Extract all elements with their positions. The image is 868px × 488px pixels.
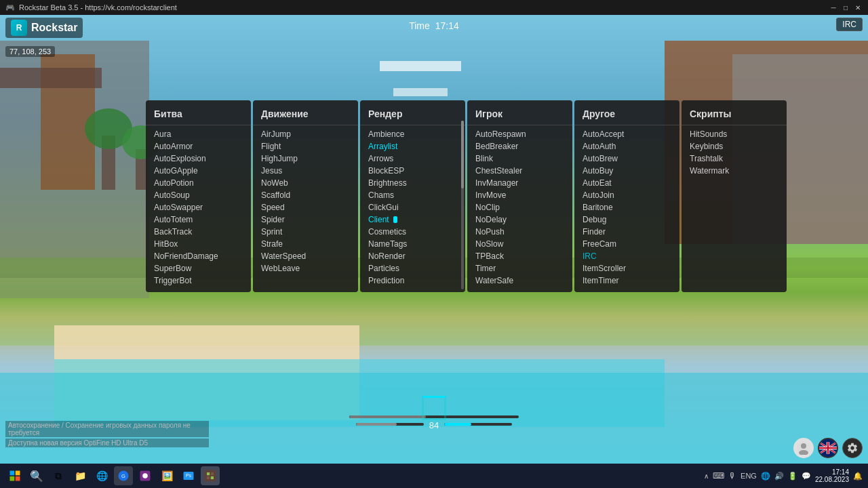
menu-item-trashtalk[interactable]: Trashtalk <box>682 152 787 165</box>
menu-item-autorespawn[interactable]: AutoRespawn <box>467 128 572 140</box>
taskbar-battery: 🔋 <box>788 472 797 481</box>
menu-item-scaffold[interactable]: Scaffold <box>253 189 358 201</box>
minimize-button[interactable]: ─ <box>829 3 838 12</box>
chat-line-1: Автосохранение / Сохранение игровых данн… <box>5 421 209 437</box>
menu-item-nodelay[interactable]: NoDelay <box>467 214 572 226</box>
menu-item-client[interactable]: Client <box>360 214 465 226</box>
menu-item-autojoin[interactable]: AutoJoin <box>574 189 679 201</box>
menu-item-particles[interactable]: Particles <box>360 262 465 274</box>
center-hud <box>422 396 446 420</box>
render-scrollbar[interactable] <box>461 121 464 289</box>
menu-item-nametags[interactable]: NameTags <box>360 238 465 250</box>
menu-item-watersafe[interactable]: WaterSafe <box>467 274 572 287</box>
avatar-icon[interactable] <box>793 438 814 458</box>
menu-item-keybinds[interactable]: Keybinds <box>682 140 787 152</box>
menu-item-autopotion[interactable]: AutoPotion <box>146 177 251 189</box>
taskbar-clock[interactable]: 17:14 22.08.2023 <box>815 468 849 483</box>
time-label: Time <box>409 20 430 31</box>
taskview-button[interactable]: ⧉ <box>49 466 68 485</box>
browser-button[interactable]: 🌐 <box>92 466 111 485</box>
menu-item-noclip[interactable]: NoClip <box>467 201 572 214</box>
taskbar-speaker[interactable]: 🔊 <box>774 472 784 481</box>
menu-item-freecam[interactable]: FreeCam <box>574 238 679 250</box>
app5-button[interactable] <box>201 466 220 485</box>
menu-item-invmove[interactable]: InvMove <box>467 189 572 201</box>
menu-item-cosmetics[interactable]: Cosmetics <box>360 226 465 238</box>
menu-item-autototem[interactable]: AutoTotem <box>146 214 251 226</box>
menu-item-airjump[interactable]: AirJump <box>253 128 358 140</box>
menu-item-autoarmor[interactable]: AutoArmor <box>146 140 251 152</box>
menu-item-timer[interactable]: Timer <box>467 262 572 274</box>
menu-item-triggerbot[interactable]: TriggerBot <box>146 274 251 287</box>
menu-item-spider[interactable]: Spider <box>253 214 358 226</box>
menu-item-backtrack[interactable]: BackTrack <box>146 226 251 238</box>
menu-item-hitbox[interactable]: HitBox <box>146 238 251 250</box>
irc-button[interactable]: IRC <box>836 18 863 31</box>
app2-icon <box>139 470 151 482</box>
taskbar-notification-bell[interactable]: 🔔 <box>853 472 863 481</box>
menu-item-blink[interactable]: Blink <box>467 152 572 165</box>
menu-item-autoswapper[interactable]: AutoSwapper <box>146 201 251 214</box>
menu-item-irc[interactable]: IRC <box>574 250 679 262</box>
menu-item-baritone[interactable]: Baritone <box>574 201 679 214</box>
start-button[interactable] <box>5 466 24 485</box>
menu-item-nopush[interactable]: NoPush <box>467 226 572 238</box>
taskbar-chevron[interactable]: ∧ <box>704 472 709 480</box>
logo-icon: R <box>11 20 27 36</box>
menu-item-speed[interactable]: Speed <box>253 201 358 214</box>
menu-item-autogapple[interactable]: AutoGApple <box>146 165 251 177</box>
menu-item-autoaccept[interactable]: AutoAccept <box>574 128 679 140</box>
menu-item-autoexplosion[interactable]: AutoExplosion <box>146 152 251 165</box>
taskbar: 🔍 ⧉ 📁 🌐 G 🖼️ Ps <box>0 464 868 488</box>
close-button[interactable]: ✕ <box>853 3 863 12</box>
menu-item-strafe[interactable]: Strafe <box>253 238 358 250</box>
menu-item-jesus[interactable]: Jesus <box>253 165 358 177</box>
menu-item-noslow[interactable]: NoSlow <box>467 238 572 250</box>
menu-item-itemtimer[interactable]: ItemTimer <box>574 274 679 287</box>
language-flag[interactable] <box>818 438 838 458</box>
maximize-button[interactable]: □ <box>841 3 850 12</box>
menu-item-arrows[interactable]: Arrows <box>360 152 465 165</box>
window-controls[interactable]: ─ □ ✕ <box>829 3 863 12</box>
menu-item-watermark[interactable]: Watermark <box>682 165 787 177</box>
menu-item-superbow[interactable]: SuperBow <box>146 262 251 274</box>
files-button[interactable]: 📁 <box>71 466 90 485</box>
menu-item-itemscroller[interactable]: ItemScroller <box>574 262 679 274</box>
menu-item-bedbreaker[interactable]: BedBreaker <box>467 140 572 152</box>
menu-item-debug[interactable]: Debug <box>574 214 679 226</box>
menu-item-chams[interactable]: Chams <box>360 189 465 201</box>
menu-item-flight[interactable]: Flight <box>253 140 358 152</box>
app3-button[interactable]: 🖼️ <box>157 466 176 485</box>
menu-item-sprint[interactable]: Sprint <box>253 226 358 238</box>
app2-button[interactable] <box>136 466 155 485</box>
menu-item-autobrew[interactable]: AutoBrew <box>574 152 679 165</box>
menu-item-autobuy[interactable]: AutoBuy <box>574 165 679 177</box>
menu-item-norender[interactable]: NoRender <box>360 250 465 262</box>
health-bar <box>356 423 424 426</box>
menu-item-noweb[interactable]: NoWeb <box>253 177 358 189</box>
menu-item-nofriend[interactable]: NoFriendDamage <box>146 250 251 262</box>
menu-item-autoauth[interactable]: AutoAuth <box>574 140 679 152</box>
menu-item-clickgui[interactable]: ClickGui <box>360 201 465 214</box>
menu-item-highjump[interactable]: HighJump <box>253 152 358 165</box>
menu-item-tpback[interactable]: TPBack <box>467 250 572 262</box>
menu-item-finder[interactable]: Finder <box>574 226 679 238</box>
settings-icon[interactable] <box>842 438 863 458</box>
app1-button[interactable]: G <box>114 466 133 485</box>
app4-button[interactable]: Ps <box>179 466 198 485</box>
menu-item-autoeat[interactable]: AutoEat <box>574 177 679 189</box>
search-button[interactable]: 🔍 <box>27 466 46 485</box>
menu-item-autosoup[interactable]: AutoSoup <box>146 189 251 201</box>
menu-item-aura[interactable]: Aura <box>146 128 251 140</box>
menu-item-blockesp[interactable]: BlockESP <box>360 165 465 177</box>
menu-item-hitsounds[interactable]: HitSounds <box>682 128 787 140</box>
menu-item-invmanager[interactable]: InvManager <box>467 177 572 189</box>
menu-item-cheststealer[interactable]: ChestStealer <box>467 165 572 177</box>
menu-item-arraylist[interactable]: Arraylist <box>360 140 465 152</box>
taskbar-lang[interactable]: ENG <box>741 472 757 480</box>
menu-item-waterspeed[interactable]: WaterSpeed <box>253 250 358 262</box>
menu-item-ambience[interactable]: Ambience <box>360 128 465 140</box>
menu-item-webleave[interactable]: WebLeave <box>253 262 358 274</box>
menu-item-brightness[interactable]: Brightness <box>360 177 465 189</box>
menu-item-prediction[interactable]: Prediction <box>360 274 465 287</box>
